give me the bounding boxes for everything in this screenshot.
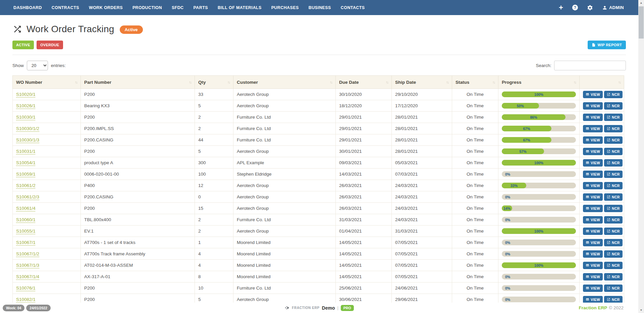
ncr-button[interactable]: NCR: [604, 159, 623, 167]
column-header-wo-number[interactable]: WO Number↑↓: [13, 76, 81, 89]
overdue-filter-button[interactable]: OVERDUE: [37, 41, 63, 49]
help-icon[interactable]: ?: [572, 5, 578, 10]
gear-icon[interactable]: [587, 5, 593, 11]
page-title: Work Order Tracking: [26, 24, 114, 35]
ncr-button[interactable]: NCR: [604, 171, 623, 178]
ncr-button[interactable]: NCR: [604, 148, 623, 155]
customer-cell: Furniture Co. Ltd: [233, 123, 336, 134]
wo-number-link[interactable]: S10061/2: [16, 183, 36, 188]
wo-number-link[interactable]: S10030/1/2: [16, 126, 39, 131]
user-menu[interactable]: ADMIN: [602, 5, 624, 10]
column-header-actions[interactable]: ↑↓: [580, 76, 624, 89]
wo-number-link[interactable]: S10031/1: [16, 149, 36, 154]
show-label: Show: [12, 63, 24, 68]
ncr-button[interactable]: NCR: [604, 262, 623, 269]
ncr-button[interactable]: NCR: [604, 273, 623, 280]
table-row: S10026/1 Bearing KX3 5 Aerotech Group 18…: [13, 100, 624, 112]
view-button[interactable]: VIEW: [583, 171, 603, 178]
nav-item-contacts[interactable]: CONTACTS: [341, 5, 365, 10]
wo-number-link[interactable]: S10060/1: [16, 217, 36, 222]
view-button[interactable]: VIEW: [583, 182, 603, 189]
qty-cell: 4: [195, 248, 233, 260]
ncr-button[interactable]: NCR: [604, 114, 623, 121]
part-number-cell: P200.CASING: [81, 191, 195, 203]
view-button[interactable]: VIEW: [583, 125, 603, 132]
scrollbar-down-icon[interactable]: ▼: [638, 307, 644, 313]
view-button[interactable]: VIEW: [583, 114, 603, 121]
wo-number-link[interactable]: S10059/1: [16, 172, 36, 177]
scrollbar-thumb[interactable]: [639, 6, 644, 39]
wo-number-link[interactable]: S10067/1/2: [16, 251, 39, 256]
nav-item-purchases[interactable]: PURCHASES: [271, 5, 299, 10]
wo-number-link[interactable]: S10076/1: [16, 286, 36, 291]
ncr-button[interactable]: NCR: [604, 91, 623, 98]
column-header-ship-date[interactable]: Ship Date↑↓: [392, 76, 452, 89]
wo-number-link[interactable]: S10054/1: [16, 160, 36, 165]
view-button[interactable]: VIEW: [583, 148, 603, 155]
ncr-button[interactable]: NCR: [604, 285, 623, 292]
ncr-button[interactable]: NCR: [604, 239, 623, 246]
ncr-button[interactable]: NCR: [604, 125, 623, 132]
view-button[interactable]: VIEW: [583, 102, 603, 110]
progress-bar: 0% 0%: [502, 217, 576, 223]
view-button[interactable]: VIEW: [583, 296, 603, 303]
ncr-button[interactable]: NCR: [604, 216, 623, 224]
wo-number-link[interactable]: S10067/1/4: [16, 274, 39, 279]
view-button[interactable]: VIEW: [583, 159, 603, 167]
nav-item-contracts[interactable]: CONTRACTS: [52, 5, 79, 10]
view-button[interactable]: VIEW: [583, 136, 603, 144]
wo-number-link[interactable]: S10030/1: [16, 115, 36, 120]
wip-report-button[interactable]: WIP REPORT: [588, 41, 626, 49]
ncr-button[interactable]: NCR: [604, 193, 623, 201]
wo-number-link[interactable]: S10082/1: [16, 297, 36, 302]
column-header-part-number[interactable]: Part Number↑↓: [81, 76, 195, 89]
nav-item-parts[interactable]: PARTS: [194, 5, 208, 10]
scrollbar-up-icon[interactable]: ▲: [638, 0, 644, 6]
wo-number-link[interactable]: S10030/1/3: [16, 137, 39, 142]
wo-number-link[interactable]: S10067/1: [16, 240, 36, 245]
ncr-button[interactable]: NCR: [604, 228, 623, 235]
progress-bar: 100% 100%: [502, 262, 576, 268]
view-button[interactable]: VIEW: [583, 262, 603, 269]
nav-item-dashboard[interactable]: DASHBOARD: [13, 5, 42, 10]
ncr-button[interactable]: NCR: [604, 102, 623, 110]
column-header-progress[interactable]: Progress↑↓: [498, 76, 580, 89]
nav-item-sfdc[interactable]: SFDC: [172, 5, 184, 10]
add-icon[interactable]: +: [559, 4, 563, 11]
nav-item-business[interactable]: BUSINESS: [309, 5, 331, 10]
ncr-button[interactable]: NCR: [604, 296, 623, 303]
column-header-customer[interactable]: Customer↑↓: [233, 76, 336, 89]
page-size-select[interactable]: 20: [27, 61, 48, 70]
view-button[interactable]: VIEW: [583, 228, 603, 235]
search-input[interactable]: [554, 61, 626, 70]
view-button[interactable]: VIEW: [583, 273, 603, 280]
view-button[interactable]: VIEW: [583, 91, 603, 98]
ncr-button[interactable]: NCR: [604, 136, 623, 144]
part-number-cell: EV.1: [81, 226, 195, 237]
ncr-button[interactable]: NCR: [604, 250, 623, 258]
nav-item-work-orders[interactable]: WORK ORDERS: [89, 5, 123, 10]
ncr-button[interactable]: NCR: [604, 182, 623, 189]
column-header-due-date[interactable]: Due Date↑↓: [336, 76, 392, 89]
view-button[interactable]: VIEW: [583, 285, 603, 292]
ncr-button[interactable]: NCR: [604, 205, 623, 212]
column-header-qty[interactable]: Qty↑↓: [195, 76, 233, 89]
view-button[interactable]: VIEW: [583, 216, 603, 224]
progress-bar: 57% 57%: [502, 148, 576, 154]
view-button[interactable]: VIEW: [583, 239, 603, 246]
page-scrollbar[interactable]: ▲ ▼: [638, 0, 644, 313]
nav-item-bill-of-materials[interactable]: BILL OF MATERIALS: [218, 5, 262, 10]
wo-number-link[interactable]: S10020/1: [16, 92, 36, 97]
wo-number-link[interactable]: S10026/1: [16, 103, 36, 108]
wo-number-link[interactable]: S10061/4: [16, 206, 36, 211]
view-button[interactable]: VIEW: [583, 250, 603, 258]
column-header-status[interactable]: Status↑↓: [452, 76, 498, 89]
part-number-cell: AX-317-A-01: [81, 271, 195, 283]
view-button[interactable]: VIEW: [583, 205, 603, 212]
view-button[interactable]: VIEW: [583, 193, 603, 201]
nav-item-production[interactable]: PRODUCTION: [132, 5, 162, 10]
wo-number-link[interactable]: S10067/1/3: [16, 263, 39, 268]
active-filter-button[interactable]: ACTIVE: [12, 41, 34, 49]
wo-number-link[interactable]: S10061/2/3: [16, 194, 39, 199]
wo-number-link[interactable]: S10055/1: [16, 229, 36, 234]
